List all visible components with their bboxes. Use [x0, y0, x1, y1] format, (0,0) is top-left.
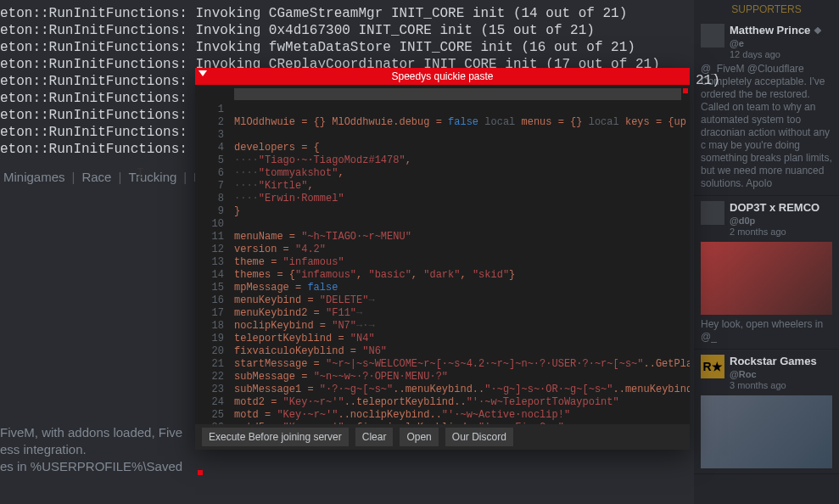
- code-line[interactable]: motd5 = "Key·~r~'"..fixvaiculoKeyblind..…: [234, 422, 690, 424]
- line-number: 6: [199, 167, 224, 180]
- console-overflow: 21): [696, 73, 720, 88]
- tab-race[interactable]: Race: [81, 170, 111, 184]
- code-line[interactable]: menuKeybind = "DELETE"→: [234, 294, 690, 307]
- line-number: 9: [199, 205, 224, 218]
- post-time: 2 months ago: [730, 227, 832, 237]
- line-number: 12: [199, 244, 224, 256]
- line-number: 2: [199, 116, 224, 129]
- line-number: 18: [199, 320, 224, 333]
- post-thumbnail[interactable]: [701, 242, 832, 315]
- code-line[interactable]: motd2 = "Key·~r~'"..teleportKeyblind.."'…: [234, 396, 690, 409]
- line-number: 14: [199, 269, 224, 282]
- code-line[interactable]: themes = {"infamous", "basic", "dark", "…: [234, 269, 690, 282]
- execute-button[interactable]: Execute Before joining server: [202, 428, 349, 446]
- code-line[interactable]: [234, 104, 690, 116]
- editor-top-bar: [234, 88, 681, 100]
- footer-text: FiveM, with addons loaded, Fiveess integ…: [0, 424, 182, 475]
- line-number: 5: [199, 154, 224, 167]
- console-line: eton::RunInitFunctions: Invoking 0x4d167…: [0, 22, 696, 39]
- line-number: 11: [199, 231, 224, 244]
- post-thumbnail[interactable]: [701, 395, 832, 468]
- panel-titlebar[interactable]: Speedys quickie paste: [195, 68, 690, 85]
- button-bar: Execute Before joining server Clear Open…: [195, 424, 690, 450]
- code-line[interactable]: version = "4.2": [234, 244, 690, 256]
- post-body: @_FiveM @Cloudflare Completely acceptabl…: [701, 63, 832, 190]
- code-line[interactable]: }: [234, 205, 690, 218]
- line-number: 22: [199, 371, 224, 384]
- dropdown-icon[interactable]: [199, 70, 207, 76]
- line-number: 24: [199, 396, 224, 409]
- line-number: 8: [199, 193, 224, 205]
- post-time: 12 days ago: [730, 49, 832, 59]
- line-number: 23: [199, 384, 224, 396]
- avatar: [701, 24, 724, 48]
- post-author: Rockstar Games @Roc: [730, 355, 832, 380]
- line-number: 13: [199, 256, 224, 269]
- code-line[interactable]: ····"Tiago·~·TiagoModz#1478",: [234, 154, 690, 167]
- line-number: 21: [199, 358, 224, 371]
- avatar: R★: [701, 355, 724, 378]
- clear-button[interactable]: Clear: [355, 428, 394, 446]
- line-number: 1: [199, 104, 224, 116]
- code-content[interactable]: MlOddhwuie = {} MlOddhwuie.debug = false…: [231, 85, 690, 424]
- code-line[interactable]: menuName = "~h~TIAGO·~r~MENU": [234, 231, 690, 244]
- discord-button[interactable]: Our Discord: [445, 428, 513, 446]
- text-caret-icon: I: [136, 165, 145, 182]
- open-button[interactable]: Open: [400, 428, 438, 446]
- code-line[interactable]: mpMessage = false: [234, 282, 690, 294]
- code-line[interactable]: ····"Erwin·Rommel": [234, 193, 690, 205]
- error-marker-icon: [198, 470, 203, 475]
- code-line[interactable]: developers = {: [234, 142, 690, 154]
- feed-post[interactable]: DOP3T x REMCO @d0p2 months agoHey look, …: [694, 196, 839, 350]
- line-number: 15: [199, 282, 224, 294]
- line-number: 10: [199, 218, 224, 231]
- code-editor[interactable]: 1234567891011121314151617181920212223242…: [195, 85, 690, 424]
- code-line[interactable]: ····"Kirtle",: [234, 180, 690, 193]
- code-line[interactable]: teleportKeyblind = "N4": [234, 333, 690, 345]
- code-line[interactable]: ····"tommyakshot",: [234, 167, 690, 180]
- code-line[interactable]: menuKeybind2 = "F11"→: [234, 307, 690, 320]
- line-number: 25: [199, 409, 224, 422]
- supporters-label: SUPPORTERS: [694, 0, 839, 19]
- code-line[interactable]: theme = "infamous": [234, 256, 690, 269]
- line-number: 16: [199, 294, 224, 307]
- code-line[interactable]: noclipKeybind = "N7"→·→: [234, 320, 690, 333]
- line-number: 17: [199, 307, 224, 320]
- line-number: 19: [199, 333, 224, 345]
- line-number: 4: [199, 142, 224, 154]
- editor-panel: Speedys quickie paste 123456789101112131…: [195, 68, 690, 450]
- line-number: 20: [199, 345, 224, 358]
- console-line: eton::RunInitFunctions: Invoking fwMetaD…: [0, 39, 696, 56]
- code-line[interactable]: motd = "Key·~r~'"..noclipKeybind.."'·~w~…: [234, 409, 690, 422]
- post-author: Matthew Prince ❖ @e: [730, 24, 832, 49]
- tab-minigames[interactable]: Minigames: [3, 170, 65, 184]
- line-number: 7: [199, 180, 224, 193]
- console-line: eton::RunInitFunctions: Invoking CGameSt…: [0, 5, 696, 22]
- avatar: [701, 201, 724, 225]
- error-marker-icon: [683, 88, 688, 93]
- feed-post[interactable]: R★Rockstar Games @Roc3 months ago: [694, 350, 839, 474]
- line-number: 3: [199, 129, 224, 142]
- panel-title: Speedys quickie paste: [391, 70, 493, 82]
- line-number: 26: [199, 422, 224, 424]
- code-line[interactable]: fixvaiculoKeyblind = "N6": [234, 345, 690, 358]
- code-line[interactable]: [234, 218, 690, 231]
- code-line[interactable]: [234, 129, 690, 142]
- post-caption: Hey look, open wheelers in @_: [701, 318, 832, 344]
- code-line[interactable]: startMessage = "~r~|~s~WELCOME~r~[·~s~4.…: [234, 358, 690, 371]
- line-gutter: 1234567891011121314151617181920212223242…: [195, 85, 231, 424]
- post-author: DOP3T x REMCO @d0p: [730, 201, 832, 227]
- feed-post[interactable]: Matthew Prince ❖ @e12 days ago@_FiveM @C…: [694, 19, 839, 196]
- post-time: 3 months ago: [730, 380, 832, 390]
- tab-bar: Minigames|Race|Trucking|E: [0, 170, 202, 184]
- code-line[interactable]: subMessage1 = "·?·~g~[~s~"..menuKeybind.…: [234, 384, 690, 396]
- code-line[interactable]: subMessage = "~n~~w~·?·OPEN·MENU·?": [234, 371, 690, 384]
- code-line[interactable]: MlOddhwuie = {} MlOddhwuie.debug = false…: [234, 116, 690, 129]
